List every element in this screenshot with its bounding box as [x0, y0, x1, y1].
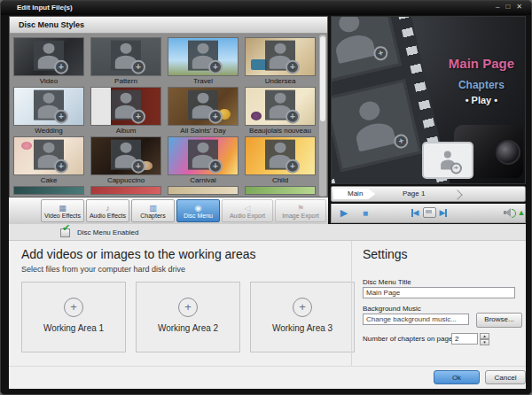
play-button[interactable]: ▶	[335, 205, 353, 220]
preview-controls: ▶ ■ ◀ ▶ ▲	[331, 204, 526, 223]
browse-button[interactable]: Browse...	[476, 313, 522, 328]
add-icon: +	[372, 45, 389, 62]
title-bar[interactable]: Edit Input File(s) – □ ✕	[1, 1, 531, 15]
preview-chapters-link[interactable]: Chapters	[449, 79, 514, 91]
styles-scrollbar[interactable]	[319, 35, 326, 197]
stepper-down-icon[interactable]: ▾	[480, 339, 489, 345]
style-thumbnail-video[interactable]: + Video	[13, 37, 88, 85]
style-label: Beaujolais nouveau	[245, 127, 316, 135]
style-label: Carnival	[168, 176, 239, 184]
style-image: +	[90, 37, 161, 76]
disc-menu-title-input[interactable]	[363, 287, 515, 298]
style-thumbnail-cappuccino[interactable]: + Cappuccino	[90, 136, 165, 184]
chapters-icon: ▥	[149, 204, 157, 213]
add-icon: +	[131, 159, 145, 174]
style-thumbnail-partial[interactable]	[13, 186, 88, 195]
stop-button[interactable]: ■	[356, 205, 374, 220]
volume-button[interactable]: ▲	[516, 205, 527, 220]
style-image: +	[13, 87, 84, 126]
style-thumbnail-child[interactable]: + Child	[245, 136, 319, 184]
style-thumbnail-all-saints-day[interactable]: + All Saints' Day	[168, 87, 242, 135]
style-label: Cake	[13, 176, 84, 184]
style-thumbnail-travel[interactable]: + Travel	[168, 37, 242, 85]
style-thumbnail-partial[interactable]	[168, 186, 242, 195]
person-placeholder-icon: +	[265, 41, 295, 71]
style-image: +	[168, 37, 239, 76]
audio-export-button[interactable]: ◁ Audio Export	[222, 199, 273, 222]
window-title: Edit Input File(s)	[17, 4, 73, 12]
style-thumbnail-album[interactable]: + Album	[90, 87, 165, 135]
chapters-button[interactable]: ▥ Chapters	[131, 199, 175, 222]
disc-menu-enabled-toggle[interactable]: ✔ Disc Menu Enabled	[9, 224, 526, 241]
cancel-button[interactable]: Cancel	[485, 370, 526, 384]
button-label: Audio Export	[230, 213, 265, 219]
mute-button[interactable]	[502, 205, 516, 220]
style-label: All Saints' Day	[168, 127, 239, 135]
preview-panel: + + Main Page Chapters • Play • + Main P…	[331, 16, 526, 223]
add-icon: +	[54, 60, 68, 74]
style-thumbnail-beaujolais[interactable]: + Beaujolais nouveau	[245, 87, 319, 135]
tab-main[interactable]: Main	[333, 189, 375, 199]
add-icon: +	[286, 110, 300, 124]
style-label: Album	[90, 127, 161, 135]
minimize-icon[interactable]: –	[496, 3, 499, 12]
disc-menu-button[interactable]: ◉ Disc Menu	[176, 199, 220, 222]
preview-play-link[interactable]: • Play •	[449, 95, 514, 105]
camcorder-screen: +	[422, 142, 473, 179]
style-thumbnail-partial[interactable]	[90, 186, 165, 195]
style-label: Travel	[168, 77, 239, 85]
background-music-input[interactable]	[363, 314, 469, 325]
settings-heading: Settings	[363, 247, 408, 261]
add-icon: +	[54, 110, 68, 124]
close-icon[interactable]: ✕	[516, 3, 522, 12]
working-area-1[interactable]: + Working Area 1	[21, 282, 126, 352]
next-page-button[interactable]: ▶	[434, 205, 452, 220]
disc-menu-icon: ◉	[195, 204, 202, 213]
video-effects-icon: ▦	[59, 204, 66, 213]
add-icon: +	[208, 159, 223, 174]
chapters-count-label: Number of chapters on page:	[363, 335, 455, 343]
video-effects-button[interactable]: ▦ Video Effects	[41, 199, 84, 222]
style-image: +	[90, 136, 161, 175]
style-thumbnail-pattern[interactable]: + Pattern	[90, 37, 165, 85]
image-export-button[interactable]: ⚑ Image Export	[275, 199, 326, 222]
working-areas-subtitle: Select files from your computer hard dis…	[21, 265, 185, 274]
style-thumbnail-carnival[interactable]: + Carnival	[168, 136, 242, 184]
chevron-right-icon	[452, 190, 462, 199]
person-placeholder-icon: +	[111, 41, 141, 71]
style-image: +	[245, 136, 316, 175]
style-image: +	[13, 37, 84, 76]
working-area-3[interactable]: + Working Area 3	[250, 282, 355, 352]
style-thumbnail-cake[interactable]: + Cake	[13, 136, 88, 184]
button-label: Video Effects	[44, 213, 81, 219]
person-placeholder-icon: +	[34, 140, 64, 170]
working-area-2[interactable]: + Working Area 2	[136, 282, 240, 352]
ok-button[interactable]: Ok	[434, 370, 480, 384]
tab-page-1[interactable]: Page 1	[388, 189, 437, 199]
style-thumbnail-wedding[interactable]: + Wedding	[13, 87, 88, 135]
person-placeholder-icon: +	[111, 140, 141, 170]
add-icon: +	[286, 159, 300, 174]
disc-menu-styles-panel: Disc Menu Styles + Video + Pattern + Tra…	[9, 16, 328, 198]
window-controls: – □ ✕	[496, 3, 522, 12]
stepper-up-icon[interactable]: ▴	[480, 333, 489, 339]
person-placeholder-icon: +	[265, 90, 295, 120]
disc-menu-preview[interactable]: + + Main Page Chapters • Play • +	[331, 16, 526, 184]
style-thumbnail-undersea[interactable]: + Undersea	[245, 37, 319, 85]
audio-effects-button[interactable]: ♪ Audio Effects	[86, 199, 129, 222]
maximize-icon[interactable]: □	[505, 3, 510, 12]
styles-grid: + Video + Pattern + Travel + Undersea + …	[10, 34, 327, 197]
person-placeholder-icon: +	[111, 90, 141, 120]
footer-divider	[9, 366, 526, 367]
style-label: Cappuccino	[90, 176, 161, 184]
style-label: Video	[13, 77, 84, 85]
button-label: Chapters	[140, 213, 165, 219]
style-thumbnail-partial[interactable]	[245, 186, 319, 195]
add-icon: +	[450, 163, 462, 174]
scrollbar-thumb[interactable]	[320, 36, 325, 121]
chapters-count-input[interactable]: 2	[451, 333, 478, 345]
content-region: Add videos or images to the working area…	[9, 241, 526, 366]
person-placeholder-icon: +	[331, 16, 384, 68]
preview-menu-text: Main Page Chapters • Play •	[449, 56, 514, 105]
add-icon: +	[208, 110, 223, 124]
